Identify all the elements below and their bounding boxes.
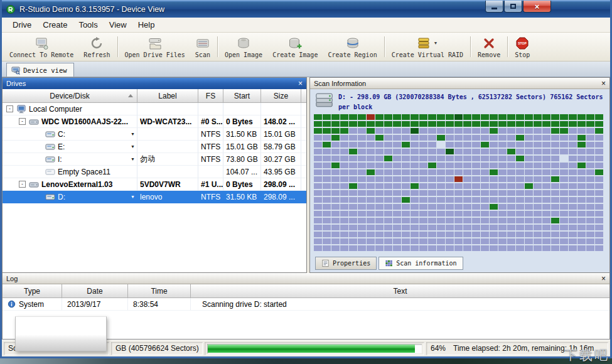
log-date-cell: 2013/9/17 bbox=[62, 298, 128, 311]
scan-block bbox=[454, 156, 463, 161]
volume-dropdown-icon[interactable]: ▼ bbox=[131, 157, 135, 161]
create-image-button[interactable]: Create Image bbox=[267, 34, 323, 60]
create-virtual-raid-button[interactable]: ▼Create Virtual RAID bbox=[387, 34, 468, 60]
menu-item-create[interactable]: Create bbox=[37, 18, 73, 31]
device-view-tab-label: Device view bbox=[23, 67, 67, 74]
tree-expander-icon[interactable]: - bbox=[19, 118, 26, 125]
col-header-device-disk[interactable]: Device/Disk bbox=[3, 89, 137, 102]
close-button[interactable]: × bbox=[523, 1, 551, 13]
scan-block bbox=[323, 245, 331, 251]
scan-block bbox=[472, 190, 480, 196]
scan-block bbox=[490, 218, 498, 223]
volume-dropdown-icon[interactable]: ▼ bbox=[131, 144, 135, 149]
menu-item-help[interactable]: Help bbox=[132, 18, 161, 31]
drive-row-d[interactable]: D:▼lenovoNTFS31.50 KB298.09 ... bbox=[3, 191, 306, 203]
scan-block bbox=[569, 169, 577, 175]
log-col-date[interactable]: Date bbox=[62, 284, 128, 297]
scan-block bbox=[577, 218, 586, 223]
scan-block bbox=[358, 163, 366, 168]
watermark: 下载吧 bbox=[564, 346, 609, 364]
scan-close-icon[interactable]: × bbox=[601, 80, 606, 87]
scan-block bbox=[463, 225, 471, 230]
col-header-start[interactable]: Start bbox=[223, 89, 261, 102]
scan-block bbox=[463, 211, 471, 217]
scan-block bbox=[560, 218, 568, 223]
scan-block bbox=[595, 156, 603, 161]
scan-block bbox=[534, 225, 542, 230]
maximize-button[interactable] bbox=[504, 1, 522, 13]
minimize-button[interactable] bbox=[485, 1, 503, 13]
volume-dropdown-icon[interactable]: ▼ bbox=[131, 132, 135, 136]
scan-panel-body: D: - 298.09 GB (320070288384 Bytes , 625… bbox=[310, 89, 609, 272]
scan-block bbox=[560, 128, 568, 134]
scan-block bbox=[340, 142, 348, 147]
device-view-icon bbox=[11, 66, 20, 75]
scan-block bbox=[367, 163, 375, 168]
col-header-fs[interactable]: FS bbox=[198, 89, 223, 102]
tab-scan-information[interactable]: Scan information bbox=[378, 257, 463, 270]
col-header-size[interactable]: Size bbox=[261, 89, 301, 102]
tree-expander-icon[interactable]: - bbox=[6, 105, 13, 112]
scan-block bbox=[446, 225, 454, 230]
menu-item-view[interactable]: View bbox=[104, 18, 132, 31]
app-icon bbox=[6, 4, 16, 14]
log-col-text[interactable]: Text bbox=[191, 284, 609, 297]
col-header-label[interactable]: Label bbox=[137, 89, 198, 102]
scan-block bbox=[516, 211, 524, 217]
scan-block bbox=[560, 163, 568, 168]
scan-button[interactable]: Scan bbox=[190, 34, 215, 60]
label-cell bbox=[137, 103, 198, 115]
open-drive-files-button[interactable]: Open Drive Files bbox=[120, 34, 190, 60]
scan-block bbox=[534, 128, 542, 134]
start-cell: 0 Bytes bbox=[223, 178, 261, 191]
scan-block bbox=[472, 225, 480, 230]
scan-block bbox=[384, 149, 392, 154]
tab-properties[interactable]: Properties bbox=[315, 257, 377, 270]
tab-device-view[interactable]: Device view bbox=[6, 63, 74, 77]
drive-row-wdc-wd1600aajs-22[interactable]: -WDC WD1600AAJS-22...WD-WCAT23...#0 S...… bbox=[3, 115, 306, 128]
scan-block bbox=[542, 176, 550, 182]
scan-block bbox=[472, 121, 480, 127]
scan-block bbox=[331, 183, 340, 189]
scan-block bbox=[534, 169, 542, 175]
menu-item-tools[interactable]: Tools bbox=[73, 18, 103, 31]
drive-row-c[interactable]: C:▼NTFS31.50 KB15.01 GB bbox=[3, 128, 306, 141]
menu-item-drive[interactable]: Drive bbox=[7, 18, 37, 31]
drives-close-icon[interactable]: × bbox=[298, 80, 303, 87]
log-col-type[interactable]: Type bbox=[3, 284, 62, 297]
scan-block bbox=[481, 156, 489, 161]
create-region-button[interactable]: Create Region bbox=[323, 34, 382, 60]
open-image-button[interactable]: Open Image bbox=[220, 34, 267, 60]
drive-row-local-computer[interactable]: -Local Computer bbox=[3, 103, 306, 115]
scan-block bbox=[551, 128, 559, 134]
drive-row-e[interactable]: E:▼NTFS15.01 GB58.79 GB bbox=[3, 141, 306, 153]
stop-icon: STOP bbox=[515, 36, 529, 50]
scan-block bbox=[323, 197, 331, 203]
log-close-icon[interactable]: × bbox=[601, 275, 606, 282]
scan-block bbox=[349, 142, 357, 147]
remove-button[interactable]: Remove bbox=[473, 34, 505, 60]
scan-block bbox=[349, 128, 357, 134]
scan-block bbox=[358, 238, 366, 244]
scan-block bbox=[551, 197, 559, 203]
scan-block bbox=[542, 232, 550, 237]
refresh-button[interactable]: Refresh bbox=[78, 34, 115, 60]
tree-expander-icon[interactable]: - bbox=[19, 181, 26, 188]
scan-block bbox=[490, 232, 498, 237]
log-row[interactable]: System2013/9/178:38:54Scanning drive D: … bbox=[3, 298, 609, 311]
drive-row-i[interactable]: I:▼勿动NTFS73.80 GB30.27 GB bbox=[3, 153, 306, 166]
scan-block bbox=[595, 238, 603, 244]
log-col-time[interactable]: Time bbox=[128, 284, 191, 297]
drive-row-empty-space11[interactable]: Empty Space11104.07 ...43.95 GB bbox=[3, 166, 306, 178]
scan-block bbox=[367, 183, 375, 189]
row-filler bbox=[301, 141, 306, 153]
scan-block bbox=[411, 232, 419, 237]
scan-block bbox=[498, 149, 507, 154]
volume-dropdown-icon[interactable]: ▼ bbox=[131, 195, 135, 199]
scan-block bbox=[402, 121, 410, 127]
scan-block bbox=[419, 190, 427, 196]
dropdown-arrow-icon[interactable]: ▼ bbox=[433, 41, 438, 45]
drive-row-lenovoexternal1-03[interactable]: -LenovoExternal1.035VD0V7WR#1 U...0 Byte… bbox=[3, 178, 306, 191]
stop-button[interactable]: STOPStop bbox=[510, 34, 535, 60]
connect-to-remote-button[interactable]: Connect To Remote bbox=[4, 34, 78, 60]
